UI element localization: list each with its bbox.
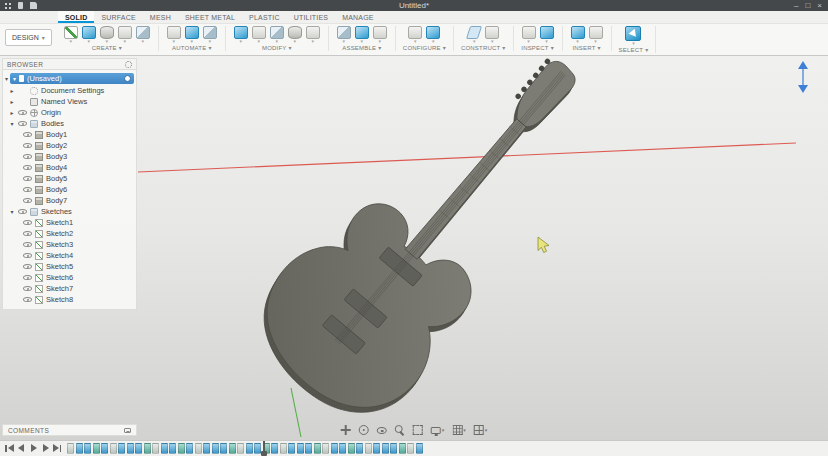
- timeline-feature[interactable]: [399, 443, 406, 454]
- group-label[interactable]: ASSEMBLE▾: [342, 45, 381, 51]
- browser-collapse-arrow-icon[interactable]: ▾: [5, 75, 8, 82]
- app-menu-icon[interactable]: [5, 3, 11, 9]
- tab-sheet-metal[interactable]: SHEET METAL: [178, 11, 242, 23]
- expand-arrow-icon[interactable]: [9, 120, 15, 127]
- visibility-eye-icon[interactable]: [23, 285, 32, 292]
- dropdown-caret-icon[interactable]: ▾: [379, 39, 382, 44]
- go-to-end-button[interactable]: [53, 444, 62, 453]
- tab-manage[interactable]: MANAGE: [335, 11, 381, 23]
- zoom-icon[interactable]: ▾: [395, 425, 405, 435]
- dropdown-caret-icon[interactable]: ▾: [576, 39, 579, 44]
- dropdown-caret-icon[interactable]: ▾: [294, 39, 297, 44]
- construction-axis-icon[interactable]: ▾: [484, 26, 500, 44]
- tab-utilities[interactable]: UTILITIES: [287, 11, 335, 23]
- fillet-icon[interactable]: ▾: [251, 26, 267, 44]
- browser-item-sketch6[interactable]: Sketch6: [3, 272, 136, 283]
- file-menu-icon[interactable]: [18, 2, 23, 9]
- dropdown-caret-icon[interactable]: ▾: [142, 39, 145, 44]
- tab-surface[interactable]: SURFACE: [94, 11, 142, 23]
- press-pull-icon[interactable]: ▾: [233, 26, 249, 44]
- timeline-feature[interactable]: [229, 443, 236, 454]
- timeline-feature[interactable]: [271, 443, 278, 454]
- dropdown-caret-icon[interactable]: ▾: [70, 39, 73, 44]
- visibility-eye-icon[interactable]: [23, 186, 32, 193]
- dropdown-caret-icon[interactable]: ▾: [432, 39, 435, 44]
- close-button[interactable]: ×: [817, 2, 822, 10]
- dropdown-caret-icon[interactable]: ▾: [312, 39, 315, 44]
- timeline-feature[interactable]: [365, 443, 372, 454]
- visibility-eye-icon[interactable]: [18, 120, 27, 127]
- browser-item-sketch5[interactable]: Sketch5: [3, 261, 136, 272]
- play-button[interactable]: [29, 444, 38, 453]
- dropdown-caret-icon[interactable]: ▾: [209, 39, 212, 44]
- visibility-eye-icon[interactable]: [23, 274, 32, 281]
- dropdown-caret-icon[interactable]: ▾: [191, 39, 194, 44]
- browser-item-body5[interactable]: Body5: [3, 173, 136, 184]
- primitive-box-icon[interactable]: ▾: [135, 26, 151, 44]
- gear-icon[interactable]: [125, 61, 132, 68]
- group-label[interactable]: AUTOMATE▾: [172, 45, 212, 51]
- visibility-eye-icon[interactable]: [23, 252, 32, 259]
- step-forward-button[interactable]: [41, 444, 50, 453]
- browser-item-body6[interactable]: Body6: [3, 184, 136, 195]
- timeline-feature[interactable]: [254, 443, 261, 454]
- dropdown-caret-icon[interactable]: ▾: [545, 39, 548, 44]
- go-to-start-button[interactable]: [5, 444, 14, 453]
- step-back-button[interactable]: [17, 444, 26, 453]
- browser-item-sketch7[interactable]: Sketch7: [3, 283, 136, 294]
- visibility-eye-icon[interactable]: [23, 197, 32, 204]
- visibility-eye-icon[interactable]: [18, 208, 27, 215]
- timeline-feature[interactable]: [237, 443, 244, 454]
- document-status-icon[interactable]: [124, 75, 131, 82]
- visibility-eye-icon[interactable]: [23, 241, 32, 248]
- measure-icon[interactable]: ▾: [521, 26, 537, 44]
- automated-modeling-icon[interactable]: ▾: [184, 26, 200, 44]
- maximize-button[interactable]: □: [805, 2, 810, 10]
- group-label[interactable]: CONFIGURE▾: [403, 45, 446, 51]
- tab-mesh[interactable]: MESH: [143, 11, 178, 23]
- timeline-feature[interactable]: [220, 443, 227, 454]
- orbit-icon[interactable]: ▾: [359, 425, 369, 435]
- visibility-eye-icon[interactable]: [23, 230, 32, 237]
- display-settings-icon[interactable]: ▾: [431, 427, 445, 434]
- design-menu-button[interactable]: DESIGN▾: [5, 29, 52, 46]
- timeline-feature[interactable]: [67, 443, 74, 454]
- timeline-feature[interactable]: [382, 443, 389, 454]
- expand-arrow-icon[interactable]: [9, 87, 15, 94]
- timeline-feature[interactable]: [212, 443, 219, 454]
- visibility-eye-icon[interactable]: [23, 263, 32, 270]
- timeline-playhead[interactable]: [263, 441, 265, 456]
- configuration-table-icon[interactable]: ▾: [425, 26, 441, 44]
- expand-arrow-icon[interactable]: [9, 98, 15, 105]
- visibility-eye-icon[interactable]: [23, 142, 32, 149]
- tab-solid[interactable]: SOLID: [58, 11, 94, 23]
- timeline-feature[interactable]: [373, 443, 380, 454]
- joint-icon[interactable]: ▾: [354, 26, 370, 44]
- group-label[interactable]: INSPECT▾: [521, 45, 554, 51]
- dropdown-caret-icon[interactable]: ▾: [106, 39, 109, 44]
- visibility-eye-icon[interactable]: [23, 296, 32, 303]
- grid-layout-settings-icon[interactable]: ▾: [452, 425, 466, 435]
- dropdown-caret-icon[interactable]: ▾: [527, 39, 530, 44]
- timeline-feature[interactable]: [127, 443, 134, 454]
- timeline-feature[interactable]: [93, 443, 100, 454]
- rigid-group-icon[interactable]: ▾: [372, 26, 388, 44]
- view-rotate-arrows-icon[interactable]: [798, 61, 808, 93]
- group-label[interactable]: CONSTRUCT▾: [461, 45, 506, 51]
- timeline-feature[interactable]: [135, 443, 142, 454]
- revolve-icon[interactable]: ▾: [99, 26, 115, 44]
- browser-item-body1[interactable]: Body1: [3, 129, 136, 140]
- dropdown-caret-icon[interactable]: ▾: [258, 39, 261, 44]
- create-sketch-icon[interactable]: ▾: [63, 26, 79, 44]
- timeline-feature[interactable]: [178, 443, 185, 454]
- timeline-feature[interactable]: [118, 443, 125, 454]
- visibility-eye-icon[interactable]: [18, 109, 27, 116]
- dropdown-caret-icon[interactable]: ▾: [173, 39, 176, 44]
- timeline-feature[interactable]: [390, 443, 397, 454]
- timeline-feature[interactable]: [195, 443, 202, 454]
- dropdown-caret-icon[interactable]: ▾: [414, 39, 417, 44]
- browser-item-sketch4[interactable]: Sketch4: [3, 250, 136, 261]
- dropdown-caret-icon[interactable]: ▾: [343, 39, 346, 44]
- timeline-feature[interactable]: [314, 443, 321, 454]
- visibility-eye-icon[interactable]: [23, 131, 32, 138]
